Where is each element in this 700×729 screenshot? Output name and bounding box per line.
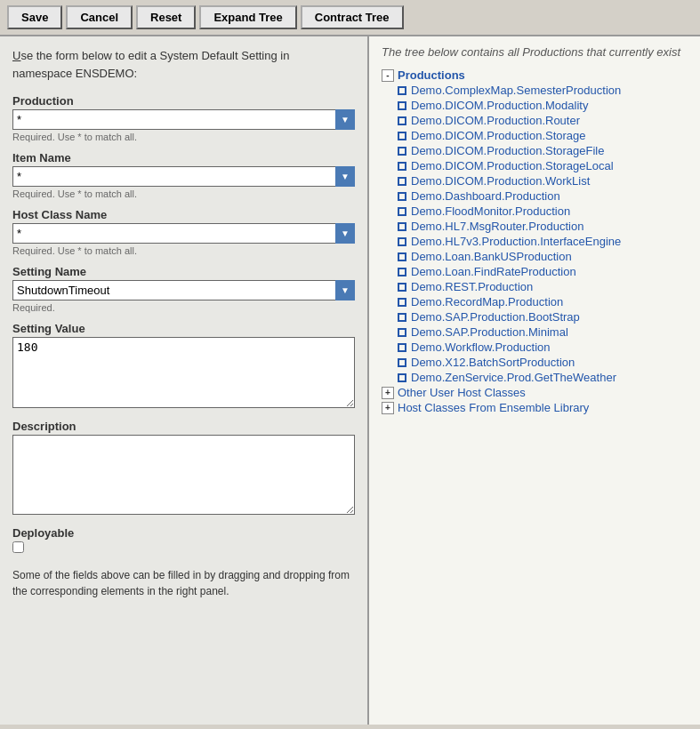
production-node[interactable]: Demo.DICOM.Production.StorageLocal: [398, 158, 688, 173]
other-user-expand-icon[interactable]: +: [382, 387, 394, 399]
productions-label: Productions: [398, 68, 465, 82]
setting-name-hint: Required.: [12, 302, 355, 313]
cancel-button[interactable]: Cancel: [66, 5, 133, 29]
tree-production-item: Demo.ComplexMap.SemesterProduction: [398, 83, 688, 98]
production-node[interactable]: Demo.Loan.BankUSProduction: [398, 249, 688, 264]
setting-value-input[interactable]: 180: [12, 337, 355, 408]
deployable-checkbox-group: [12, 541, 355, 553]
production-node[interactable]: Demo.FloodMonitor.Production: [398, 204, 688, 219]
item-name-hint: Required. Use * to match all.: [12, 188, 355, 199]
tree-production-item: Demo.FloodMonitor.Production: [398, 204, 688, 219]
production-node[interactable]: Demo.HL7.MsgRouter.Production: [398, 219, 688, 234]
production-dot: [398, 343, 406, 352]
item-name-select-wrapper: * ▼: [12, 166, 355, 187]
production-name: Demo.X12.BatchSortProduction: [411, 356, 575, 369]
setting-value-group: Setting Value 180: [12, 322, 355, 411]
production-name: Demo.FloodMonitor.Production: [411, 204, 570, 218]
production-name: Demo.DICOM.Production.Storage: [411, 129, 586, 142]
production-dot: [398, 237, 406, 246]
production-name: Demo.ComplexMap.SemesterProduction: [411, 84, 621, 97]
production-dot: [398, 373, 406, 382]
other-user-node[interactable]: + Other User Host Classes: [382, 385, 688, 400]
production-node[interactable]: Demo.Dashboard.Production: [398, 188, 688, 204]
production-name: Demo.ZenService.Prod.GetTheWeather: [411, 371, 616, 384]
tree-production-item: Demo.X12.BatchSortProduction: [398, 355, 688, 370]
tree-production-item: Demo.DICOM.Production.StorageFile: [398, 143, 688, 158]
main-container: « Use the form below to edit a System De…: [0, 36, 700, 725]
production-name: Demo.Workflow.Production: [411, 340, 551, 354]
production-name: Demo.HL7v3.Production.InterfaceEngine: [411, 235, 621, 248]
production-name: Demo.DICOM.Production.StorageFile: [411, 144, 604, 157]
deployable-checkbox[interactable]: [12, 541, 24, 553]
host-class-name-group: Host Class Name * ▼ Required. Use * to m…: [12, 208, 355, 256]
ensemble-expand-icon[interactable]: +: [382, 402, 394, 414]
production-dot: [398, 162, 406, 171]
tree-production-item: Demo.HL7v3.Production.InterfaceEngine: [398, 234, 688, 249]
production-node[interactable]: Demo.REST.Production: [398, 279, 688, 294]
production-node[interactable]: Demo.RecordMap.Production: [398, 294, 688, 309]
production-node[interactable]: Demo.Workflow.Production: [398, 340, 688, 355]
tree-production-item: Demo.DICOM.Production.WorkList: [398, 173, 688, 188]
setting-name-label: Setting Name: [12, 265, 355, 278]
item-name-label: Item Name: [12, 151, 355, 164]
production-name: Demo.SAP.Production.Minimal: [411, 325, 568, 339]
setting-name-select[interactable]: ShutdownTimeout: [12, 280, 355, 300]
production-name: Demo.DICOM.Production.Modality: [411, 99, 588, 112]
production-node[interactable]: Demo.ZenService.Prod.GetTheWeather: [398, 370, 688, 385]
production-node[interactable]: Demo.DICOM.Production.Modality: [398, 98, 688, 113]
production-node[interactable]: Demo.SAP.Production.Minimal: [398, 324, 688, 340]
production-name: Demo.RecordMap.Production: [411, 295, 563, 308]
production-dot: [398, 328, 406, 337]
tree-production-item: Demo.Workflow.Production: [398, 340, 688, 355]
save-button[interactable]: Save: [7, 5, 62, 29]
productions-expand-icon[interactable]: -: [382, 69, 394, 82]
tree-root: - Productions Demo.ComplexMap.SemesterPr…: [382, 68, 688, 415]
production-node[interactable]: Demo.DICOM.Production.StorageFile: [398, 143, 688, 158]
description-input[interactable]: [12, 435, 355, 515]
production-dot: [398, 86, 406, 95]
tree-ensemble: + Host Classes From Ensemble Library: [382, 400, 688, 415]
expand-tree-button[interactable]: Expand Tree: [199, 5, 296, 29]
tree-production-item: Demo.DICOM.Production.Storage: [398, 128, 688, 143]
productions-node[interactable]: - Productions: [382, 68, 688, 83]
item-name-select[interactable]: *: [12, 166, 355, 187]
production-name: Demo.Dashboard.Production: [411, 189, 560, 203]
tree-productions-root: - Productions Demo.ComplexMap.SemesterPr…: [382, 68, 688, 385]
tree-production-item: Demo.REST.Production: [398, 279, 688, 294]
production-node[interactable]: Demo.DICOM.Production.Router: [398, 113, 688, 128]
toolbar: Save Cancel Reset Expand Tree Contract T…: [0, 0, 700, 36]
production-hint: Required. Use * to match all.: [12, 132, 355, 142]
production-node[interactable]: Demo.DICOM.Production.Storage: [398, 128, 688, 143]
ensemble-node[interactable]: + Host Classes From Ensemble Library: [382, 400, 688, 415]
production-select-wrapper: * ▼: [12, 109, 355, 130]
productions-children: Demo.ComplexMap.SemesterProductionDemo.D…: [382, 83, 688, 385]
tree-production-item: Demo.Loan.BankUSProduction: [398, 249, 688, 264]
production-dot: [398, 177, 406, 186]
intro-text: Use the form below to edit a System Defa…: [12, 47, 355, 82]
collapse-panel-button[interactable]: «: [367, 92, 369, 111]
setting-name-select-wrapper: ShutdownTimeout ▼: [12, 280, 355, 300]
reset-button[interactable]: Reset: [136, 5, 196, 29]
production-node[interactable]: Demo.Loan.FindRateProduction: [398, 264, 688, 279]
description-group: Description: [12, 420, 355, 517]
production-name: Demo.Loan.FindRateProduction: [411, 265, 576, 278]
production-node[interactable]: Demo.HL7v3.Production.InterfaceEngine: [398, 234, 688, 249]
tree-production-item: Demo.Loan.FindRateProduction: [398, 264, 688, 279]
deployable-group: Deployable: [12, 526, 355, 553]
production-node[interactable]: Demo.DICOM.Production.WorkList: [398, 173, 688, 188]
setting-value-label: Setting Value: [12, 322, 355, 335]
tree-production-item: Demo.RecordMap.Production: [398, 294, 688, 309]
host-class-name-hint: Required. Use * to match all.: [12, 245, 355, 256]
production-node[interactable]: Demo.ComplexMap.SemesterProduction: [398, 83, 688, 98]
production-node[interactable]: Demo.SAP.Production.BootStrap: [398, 309, 688, 324]
tree-production-item: Demo.ZenService.Prod.GetTheWeather: [398, 370, 688, 385]
host-class-name-select[interactable]: *: [12, 223, 355, 244]
host-class-name-select-wrapper: * ▼: [12, 223, 355, 244]
tree-production-item: Demo.HL7.MsgRouter.Production: [398, 219, 688, 234]
production-node[interactable]: Demo.X12.BatchSortProduction: [398, 355, 688, 370]
production-name: Demo.REST.Production: [411, 280, 533, 293]
production-dot: [398, 132, 406, 140]
tree-production-item: Demo.DICOM.Production.StorageLocal: [398, 158, 688, 173]
production-select[interactable]: *: [12, 109, 355, 130]
contract-tree-button[interactable]: Contract Tree: [301, 5, 404, 29]
